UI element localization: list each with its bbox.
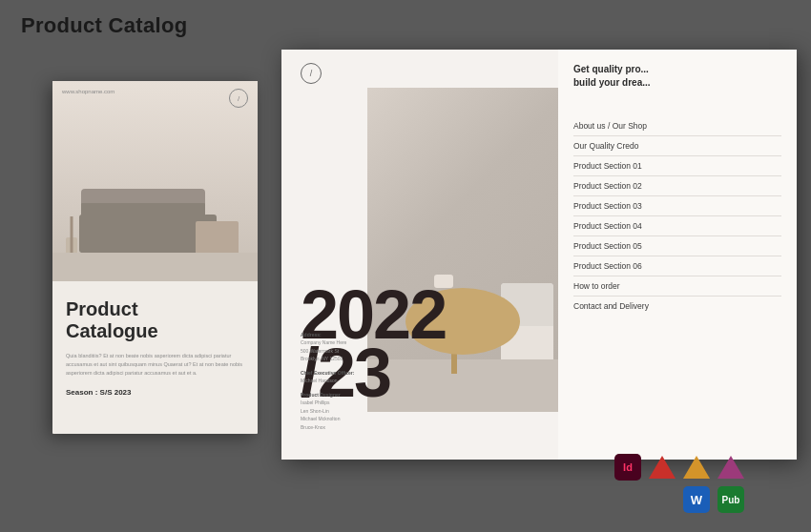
toc-item-10: Contact and Delivery	[573, 297, 781, 316]
spread-logo: /	[301, 63, 322, 84]
designer-label: Product Designer	[301, 391, 415, 399]
triangle-gold-icon	[683, 456, 710, 479]
icon-row-bottom: W Pub	[683, 486, 744, 513]
toc-item-5: Product Section 03	[573, 196, 781, 216]
spread-logo-symbol: /	[310, 69, 313, 78]
catalog-cover: www.shopname.com / Product Catalogue Qui…	[52, 81, 258, 434]
acrobat-icon-3	[717, 454, 744, 481]
designer-4: Bruce-Knox	[301, 423, 415, 432]
toc-item-4: Product Section 02	[573, 176, 781, 196]
cover-season: Season : S/S 2023	[66, 388, 244, 397]
cover-logo-symbol: /	[238, 94, 239, 103]
word-icon: W	[683, 486, 710, 513]
toc-item-1: About us / Our Shop	[573, 116, 781, 136]
cover-room-scene: www.shopname.com /	[52, 81, 258, 281]
designer-3: Michael Mcknolton	[301, 415, 415, 423]
acrobat-icon-1	[649, 454, 676, 481]
toc-item-7: Product Section 05	[573, 236, 781, 256]
indesign-label: Id	[623, 461, 633, 473]
spread-right-header: Get quality pro...build your drea...	[573, 63, 781, 90]
table-of-contents: About us / Our ShopOur Quality CredoProd…	[573, 116, 781, 316]
spread-address: Address: Company Name Here 500 Watermark…	[301, 325, 415, 432]
indesign-icon: Id	[614, 454, 641, 481]
cover-plant	[62, 197, 81, 255]
cover-text-area: Product Catalogue Quia blanditiis? Et at…	[52, 281, 258, 408]
catalog-spread: / 2022 /23 Address: Company Name Here 50…	[281, 50, 797, 460]
publisher-icon: Pub	[717, 486, 744, 513]
bottom-app-icons: Id W Pub	[614, 454, 744, 513]
designer-2: Len Shon-Lin	[301, 407, 415, 416]
toc-item-8: Product Section 06	[573, 256, 781, 276]
cover-image: www.shopname.com /	[52, 81, 258, 281]
cover-description: Quia blanditiis? Et at non beate nobis a…	[66, 352, 244, 377]
address-city: Brooklyn, NY 12500	[301, 355, 415, 363]
word-label: W	[691, 493, 702, 507]
cover-title: Product Catalogue	[66, 298, 244, 342]
address-label: Address:	[301, 331, 415, 339]
cover-logo: /	[229, 89, 248, 108]
spread-right-page: Get quality pro...build your drea... Abo…	[558, 50, 797, 460]
acrobat-icon-2	[683, 454, 710, 481]
spread-left-page: / 2022 /23 Address: Company Name Here 50…	[281, 50, 558, 460]
cover-side-table	[196, 221, 239, 255]
triangle-red-icon	[649, 456, 676, 479]
page-title: Product Catalog	[21, 13, 187, 38]
ceo-name: Michael Handson	[301, 377, 415, 385]
icon-row-top: Id	[614, 454, 744, 481]
designer-1: Isabel Phillips	[301, 399, 415, 407]
cover-floor	[52, 253, 258, 281]
publisher-label: Pub	[722, 495, 740, 505]
cover-sofa	[81, 200, 205, 253]
address-company: Company Name Here	[301, 338, 415, 347]
page-header: Product Catalog	[21, 13, 187, 38]
cover-website-text: www.shopname.com	[62, 89, 114, 94]
toc-item-3: Product Section 01	[573, 156, 781, 176]
toc-item-9: How to order	[573, 276, 781, 297]
triangle-purple-icon	[717, 456, 744, 479]
toc-item-2: Our Quality Credo	[573, 136, 781, 156]
address-street: 500 Watermark St	[301, 347, 415, 356]
toc-item-6: Product Section 04	[573, 216, 781, 236]
ceo-label: Chief Executive Officer:	[301, 369, 415, 378]
